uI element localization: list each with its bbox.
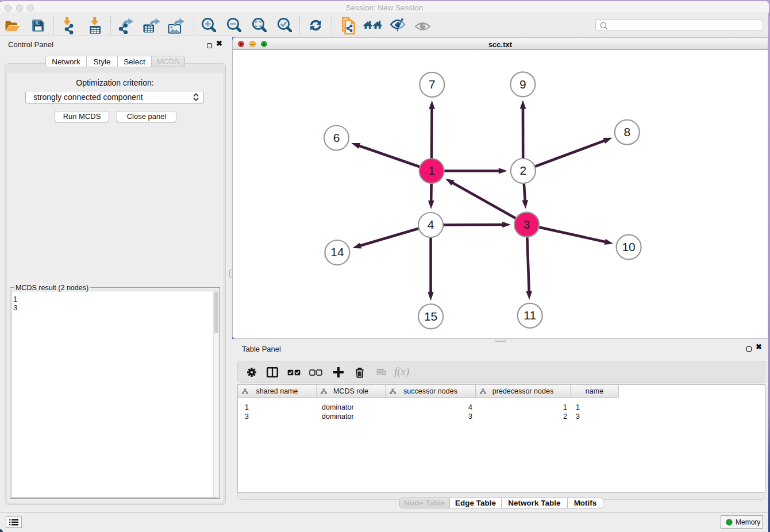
svg-text:7: 7 bbox=[429, 78, 436, 91]
svg-text:14: 14 bbox=[330, 245, 344, 259]
svg-text:3: 3 bbox=[523, 218, 530, 231]
svg-text:4: 4 bbox=[428, 218, 434, 231]
svg-text:6: 6 bbox=[333, 131, 340, 144]
svg-text:8: 8 bbox=[623, 125, 630, 138]
svg-text:9: 9 bbox=[519, 78, 526, 91]
svg-text:15: 15 bbox=[424, 310, 437, 323]
svg-text:2: 2 bbox=[519, 164, 526, 177]
svg-text:1: 1 bbox=[428, 164, 435, 177]
svg-text:10: 10 bbox=[622, 240, 635, 253]
svg-text:11: 11 bbox=[523, 309, 536, 322]
